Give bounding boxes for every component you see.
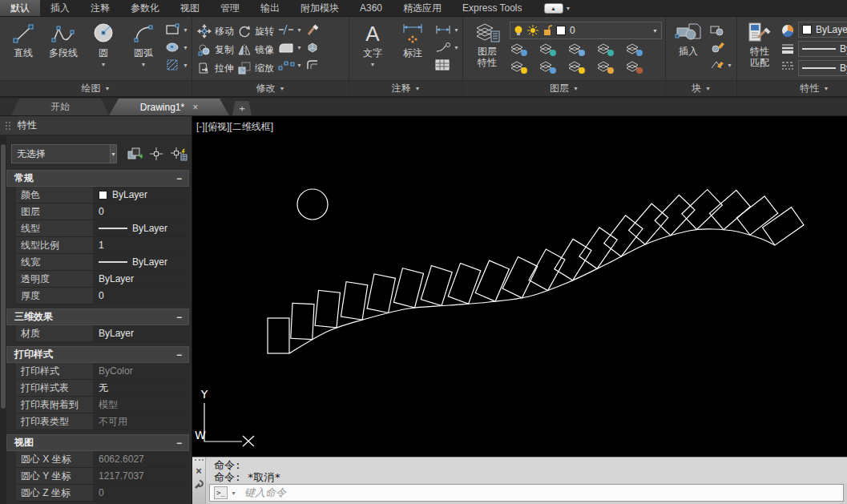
- close-icon[interactable]: ×: [192, 102, 198, 113]
- fillet-button[interactable]: ▼: [277, 40, 302, 54]
- chevron-down-icon[interactable]: ▼: [101, 59, 107, 71]
- drawn-rectangle[interactable]: [529, 249, 565, 291]
- create-block-button[interactable]: [709, 22, 732, 37]
- scale-button[interactable]: 缩放: [237, 60, 274, 76]
- collapse-icon[interactable]: −: [176, 349, 182, 361]
- layer-select-dropdown[interactable]: 0 ▼: [510, 22, 662, 39]
- linetype-dropdown[interactable]: ByLayer ▼: [798, 60, 847, 76]
- drawn-rectangle[interactable]: [709, 190, 750, 229]
- array-button[interactable]: ▼: [277, 58, 302, 72]
- block-attributes-button[interactable]: ▼: [709, 58, 732, 72]
- leader-button[interactable]: ▼: [434, 40, 459, 54]
- lineweight-icon[interactable]: [780, 41, 795, 55]
- drawn-rectangle[interactable]: [341, 282, 367, 321]
- property-value[interactable]: ByLayer: [93, 220, 189, 236]
- palette-scrollbar[interactable]: [0, 136, 6, 504]
- chevron-down-icon[interactable]: ▼: [369, 59, 375, 71]
- layer-tool-icon[interactable]: [625, 42, 644, 57]
- drawn-rectangle[interactable]: [291, 303, 314, 339]
- table-button[interactable]: [434, 58, 459, 72]
- property-value[interactable]: 1: [93, 237, 189, 253]
- move-button[interactable]: 移动: [197, 23, 234, 39]
- layer-properties-button[interactable]: 图层 特性: [468, 20, 506, 68]
- ribbon-minimize-control[interactable]: ▲ ▼: [544, 0, 571, 16]
- layer-tool-icon[interactable]: [596, 60, 615, 75]
- drawn-rectangle[interactable]: [763, 208, 805, 245]
- new-drawing-tab-button[interactable]: ＋: [232, 101, 252, 115]
- drag-handle-icon[interactable]: [195, 459, 204, 462]
- command-prompt-icon[interactable]: >_: [214, 486, 228, 499]
- select-objects-button[interactable]: [149, 147, 163, 161]
- ribbon-tab-express-tools[interactable]: Express Tools: [452, 0, 532, 16]
- ribbon-tab-annotate[interactable]: 注释: [80, 0, 120, 16]
- hatch-button[interactable]: ▼: [165, 58, 188, 72]
- layer-tool-icon[interactable]: [510, 42, 529, 57]
- close-icon[interactable]: ×: [196, 466, 202, 476]
- match-properties-button[interactable]: 特性 匹配: [742, 20, 777, 68]
- command-input[interactable]: >_ ▼ 键入命令: [209, 484, 844, 502]
- layer-tool-icon[interactable]: [567, 42, 587, 57]
- drawn-rectangle[interactable]: [736, 196, 777, 235]
- layer-tool-icon[interactable]: [567, 60, 587, 75]
- selection-filter-dropdown[interactable]: 无选择: [11, 144, 111, 163]
- layer-tool-icon[interactable]: [538, 42, 558, 57]
- drawing-canvas[interactable]: [-][俯视][二维线框] YW: [192, 116, 847, 457]
- text-button[interactable]: A 文字 ▼: [354, 20, 391, 71]
- layer-tool-icon[interactable]: [625, 60, 644, 75]
- object-color-dropdown[interactable]: ByLayer ▼: [798, 22, 847, 38]
- property-value[interactable]: 无: [93, 380, 189, 396]
- property-value[interactable]: 0: [93, 204, 189, 220]
- grip-dots-icon[interactable]: [5, 121, 11, 131]
- property-value[interactable]: 0: [93, 288, 189, 304]
- edit-block-button[interactable]: [709, 40, 732, 54]
- drawn-rectangle[interactable]: [502, 257, 538, 298]
- section-header-plot-style[interactable]: 打印样式 −: [6, 346, 189, 363]
- chevron-down-icon[interactable]: ▼: [652, 28, 658, 34]
- arc-button[interactable]: 圆弧 ▼: [125, 20, 162, 71]
- ribbon-tab-view[interactable]: 视图: [170, 0, 210, 16]
- property-value[interactable]: ByLayer: [93, 254, 189, 270]
- circle-button[interactable]: 圆 ▼: [85, 20, 122, 71]
- collapse-icon[interactable]: −: [176, 312, 182, 323]
- lineweight-dropdown[interactable]: ByLayer ▼: [798, 41, 847, 57]
- chevron-down-icon[interactable]: ▼: [141, 59, 147, 71]
- explode-button[interactable]: [305, 40, 320, 54]
- panel-title-draw[interactable]: 绘图 ▼: [0, 80, 192, 96]
- panel-title-block[interactable]: 块 ▼: [666, 80, 736, 96]
- ribbon-tab-parametric[interactable]: 参数化: [120, 0, 170, 16]
- drawn-rectangle[interactable]: [393, 268, 423, 308]
- erase-button[interactable]: [305, 22, 320, 37]
- collapse-icon[interactable]: −: [176, 173, 182, 184]
- drawn-rectangle[interactable]: [268, 318, 289, 353]
- file-tab-start[interactable]: 开始: [11, 99, 109, 115]
- ellipse-button[interactable]: ▼: [165, 40, 188, 54]
- copy-button[interactable]: 复制: [197, 42, 234, 58]
- command-history[interactable]: 命令: 命令: *取消*: [206, 458, 847, 483]
- ribbon-tab-output[interactable]: 输出: [250, 0, 290, 16]
- collapse-icon[interactable]: −: [176, 437, 182, 449]
- section-header-view[interactable]: 视图 −: [6, 434, 189, 451]
- panel-title-modify[interactable]: 修改 ▼: [192, 80, 349, 96]
- layer-tool-icon[interactable]: [510, 60, 529, 75]
- viewport-controls-label[interactable]: [-][俯视][二维线框]: [196, 120, 273, 134]
- property-value[interactable]: ByLayer: [93, 325, 189, 341]
- insert-block-button[interactable]: 插入: [671, 20, 706, 57]
- drawn-rectangle[interactable]: [475, 260, 509, 301]
- line-button[interactable]: 直线: [5, 20, 42, 58]
- ribbon-tab-home[interactable]: 默认: [0, 0, 40, 16]
- section-header-general[interactable]: 常规 −: [6, 170, 189, 187]
- property-value[interactable]: ByLayer: [93, 271, 189, 287]
- property-value[interactable]: ByLayer: [93, 187, 189, 203]
- file-tab-drawing1[interactable]: Drawing1* ×: [109, 99, 229, 115]
- drawn-spline[interactable]: [289, 229, 775, 353]
- ribbon-tab-addins[interactable]: 附加模块: [290, 0, 349, 16]
- palette-scrollbar-thumb[interactable]: [1, 144, 6, 409]
- drawn-rectangle[interactable]: [682, 189, 722, 229]
- chevron-down-icon[interactable]: ▼: [566, 6, 571, 11]
- drawn-circle[interactable]: [297, 189, 328, 220]
- color-wheel-icon[interactable]: [780, 23, 795, 38]
- wrench-icon[interactable]: [193, 479, 204, 490]
- drawn-rectangle[interactable]: [655, 195, 695, 236]
- panel-title-layers[interactable]: 图层 ▼: [463, 80, 665, 96]
- panel-title-properties[interactable]: 特性 ▼: [737, 80, 847, 96]
